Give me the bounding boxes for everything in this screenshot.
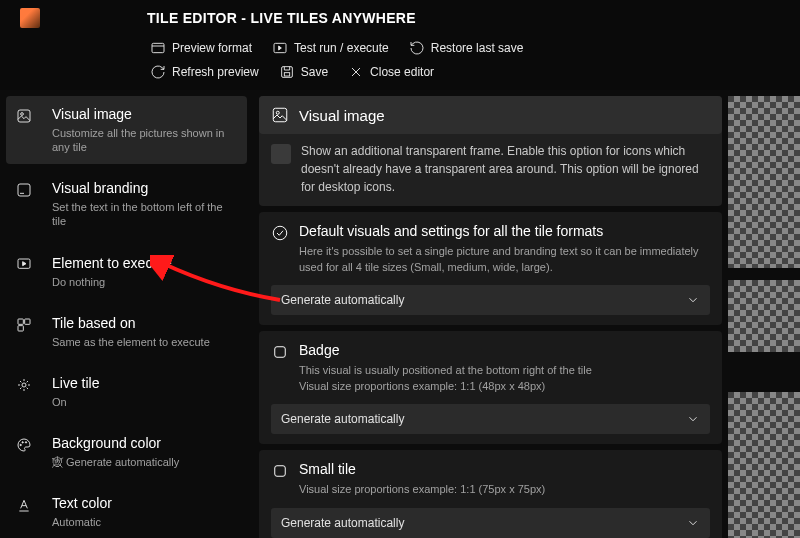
sidebar-item-visual-branding[interactable]: Visual brandingSet the text in the botto… [6, 170, 247, 238]
small-tile-section: Small tile Visual size proportions examp… [259, 450, 722, 538]
chevron-down-icon [686, 412, 700, 426]
sidebar-item-background-color[interactable]: Background color🕸 Generate automatically [6, 425, 247, 479]
checkbox[interactable] [271, 144, 291, 164]
square-icon [271, 462, 289, 480]
svg-point-13 [22, 442, 23, 443]
svg-rect-4 [18, 110, 30, 122]
refresh-button[interactable]: Refresh preview [150, 62, 259, 82]
preview-format-icon [150, 40, 166, 56]
svg-point-14 [25, 442, 26, 443]
refresh-icon [150, 64, 166, 80]
square-icon [271, 343, 289, 361]
svg-rect-6 [18, 184, 30, 196]
palette-icon [16, 437, 32, 453]
badge-dropdown[interactable]: Generate automatically [271, 404, 710, 434]
live-icon [16, 377, 32, 393]
svg-rect-8 [18, 319, 23, 324]
sidebar-item-text-color[interactable]: Text colorAutomatic [6, 485, 247, 538]
default-visuals-section: Default visuals and settings for all the… [259, 212, 722, 325]
svg-rect-0 [152, 43, 164, 52]
svg-point-17 [273, 226, 287, 240]
sidebar-item-element-execute[interactable]: Element to executeDo nothing [6, 245, 247, 299]
preview-tile-small [728, 280, 800, 352]
check-circle-icon [271, 224, 289, 242]
svg-rect-10 [18, 326, 23, 331]
test-run-button[interactable]: Test run / execute [272, 38, 389, 58]
save-button[interactable]: Save [279, 62, 328, 82]
preview-format-button[interactable]: Preview format [150, 38, 252, 58]
svg-point-16 [276, 111, 279, 114]
badge-section: Badge This visual is usually positioned … [259, 331, 722, 444]
close-icon [348, 64, 364, 80]
close-button[interactable]: Close editor [348, 62, 434, 82]
preview-tile-wide [728, 392, 800, 538]
svg-rect-3 [284, 73, 289, 76]
toolbar: Preview format Test run / execute Restor… [0, 34, 800, 90]
app-title: TILE EDITOR - LIVE TILES ANYWHERE [147, 10, 416, 26]
sidebar-item-live-tile[interactable]: Live tileOn [6, 365, 247, 419]
main-pane: Visual image Show an additional transpar… [253, 90, 728, 538]
run-icon [272, 40, 288, 56]
restore-icon [409, 40, 425, 56]
chevron-down-icon [686, 293, 700, 307]
sidebar-item-tile-based-on[interactable]: Tile based onSame as the element to exec… [6, 305, 247, 359]
text-icon [16, 497, 32, 513]
svg-point-12 [20, 444, 21, 445]
app-logo-icon [20, 8, 40, 28]
svg-rect-19 [275, 466, 286, 477]
svg-point-5 [21, 113, 24, 116]
sidebar-item-visual-image[interactable]: Visual imageCustomize all the pictures s… [6, 96, 247, 164]
sidebar: Visual imageCustomize all the pictures s… [0, 90, 253, 538]
title-bar: TILE EDITOR - LIVE TILES ANYWHERE [0, 0, 800, 34]
preview-tile-large [728, 96, 800, 268]
svg-rect-9 [25, 319, 30, 324]
preview-pane [728, 90, 800, 538]
chevron-down-icon [686, 516, 700, 530]
svg-point-11 [22, 383, 26, 387]
sidebar-item-desc: Customize all the pictures shown in any … [52, 126, 237, 155]
visual-image-card: Visual image Show an additional transpar… [259, 96, 722, 206]
sidebar-item-title: Visual image [52, 106, 237, 123]
restore-button[interactable]: Restore last save [409, 38, 524, 58]
save-icon [279, 64, 295, 80]
default-visuals-dropdown[interactable]: Generate automatically [271, 285, 710, 315]
image-icon [16, 108, 32, 124]
play-icon [16, 257, 32, 273]
image-icon [271, 106, 289, 124]
transparent-frame-option[interactable]: Show an additional transparent frame. En… [271, 142, 710, 196]
card-header: Visual image [259, 96, 722, 134]
tile-icon [16, 317, 32, 333]
svg-rect-18 [275, 347, 286, 358]
brand-icon [16, 182, 32, 198]
svg-rect-15 [273, 108, 287, 122]
small-tile-dropdown[interactable]: Generate automatically [271, 508, 710, 538]
